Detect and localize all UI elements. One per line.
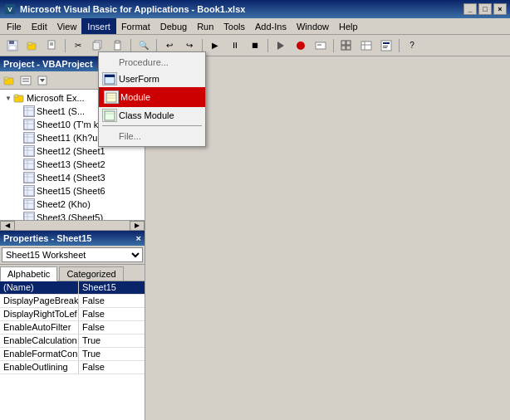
svg-rect-19: [346, 41, 351, 45]
tb-bp[interactable]: [292, 37, 310, 54]
tb-step[interactable]: [272, 37, 290, 54]
props-row-enableautofilter[interactable]: EnableAutoFilter False: [0, 321, 145, 335]
tb-stop[interactable]: ⏹: [246, 37, 264, 54]
menu-item-module[interactable]: Module: [99, 87, 205, 107]
properties-tabs: Alphabetic Categorized: [0, 265, 145, 281]
menu-item-classmodule[interactable]: Class Module: [99, 107, 205, 124]
project-hscrollbar[interactable]: ◀ ▶: [0, 220, 145, 230]
svg-rect-4: [9, 46, 16, 50]
svg-rect-27: [383, 46, 388, 46]
props-val-dpb: False: [79, 295, 145, 307]
props-row-enablecalc[interactable]: EnableCalculation True: [0, 335, 145, 348]
props-row-name[interactable]: (Name) Sheet15: [0, 281, 145, 295]
proj-list-btn[interactable]: [18, 73, 33, 88]
svg-rect-31: [21, 76, 31, 85]
tb-pause[interactable]: ⏸: [226, 37, 244, 54]
tb-explorer[interactable]: [377, 37, 395, 54]
tab-categorized[interactable]: Categorized: [59, 266, 123, 281]
menu-edit[interactable]: Edit: [27, 18, 52, 34]
props-row-displayrtl[interactable]: DisplayRightToLef False: [0, 308, 145, 321]
menu-tools[interactable]: Tools: [218, 18, 250, 34]
svg-rect-70: [105, 111, 115, 120]
close-button[interactable]: ×: [493, 3, 507, 15]
menu-addins[interactable]: Add-Ins: [250, 18, 292, 34]
properties-panel: Properties - Sheet15 × Sheet15 Worksheet…: [0, 231, 145, 420]
props-row-displaypagebreak[interactable]: DisplayPageBreak False: [0, 295, 145, 308]
toolbar-sep-1: [65, 39, 66, 52]
menu-item-userform[interactable]: UserForm: [99, 71, 205, 87]
svg-rect-66: [105, 75, 115, 77]
properties-table: (Name) Sheet15 DisplayPageBreak False Di…: [0, 281, 145, 420]
insert-dropdown-menu: Procedure... UserForm Module Class Modul…: [98, 51, 206, 147]
toolbar-sep-6: [333, 39, 334, 52]
scroll-left-btn[interactable]: ◀: [0, 221, 15, 231]
menu-help[interactable]: Help: [334, 18, 363, 34]
tb-play[interactable]: ▶: [206, 37, 224, 54]
scroll-track: [17, 222, 128, 229]
window-title: Microsoft Visual Basic for Applications …: [20, 4, 463, 14]
userform-icon: [102, 72, 117, 85]
tb-grid[interactable]: [337, 37, 356, 54]
tree-icon-sheet15: [23, 185, 35, 197]
tb-save[interactable]: [3, 37, 22, 54]
tb-open[interactable]: [23, 37, 42, 54]
svg-rect-44: [24, 134, 34, 143]
toolbar-sep-5: [267, 39, 268, 52]
tree-label-sheet1: Sheet1 (S...: [37, 106, 85, 116]
properties-object-select[interactable]: Sheet15 Worksheet: [2, 247, 143, 262]
menu-run[interactable]: Run: [192, 18, 218, 34]
props-row-enableoutlining[interactable]: EnableOutlining False: [0, 361, 145, 374]
tree-label-sheet15: Sheet15 (Sheet6: [37, 186, 105, 196]
tree-sheet13[interactable]: ▶ Sheet13 (Sheet2: [2, 158, 143, 171]
menu-item-procedure[interactable]: Procedure...: [99, 54, 205, 71]
svg-rect-16: [316, 42, 326, 49]
tb-watch[interactable]: [311, 37, 330, 54]
tree-icon-excel: [13, 92, 25, 104]
tree-icon-sheet1: [23, 105, 35, 117]
svg-rect-18: [341, 41, 346, 45]
menu-insert[interactable]: Insert: [81, 18, 116, 34]
svg-rect-41: [24, 120, 34, 129]
menu-format[interactable]: Format: [116, 18, 155, 34]
scroll-right-btn[interactable]: ▶: [130, 221, 145, 231]
props-key-efc: EnableFormatCon: [0, 348, 79, 360]
menu-window[interactable]: Window: [292, 18, 334, 34]
svg-rect-11: [93, 42, 100, 50]
svg-rect-53: [24, 173, 34, 183]
menu-view[interactable]: View: [52, 18, 82, 34]
tb-help[interactable]: ?: [403, 37, 421, 54]
tree-sheet2[interactable]: ▶ Sheet2 (Kho): [2, 198, 143, 211]
svg-rect-38: [24, 107, 34, 116]
tree-sheet3[interactable]: ▶ Sheet3 (Sheet5): [2, 211, 143, 220]
menu-item-file[interactable]: File...: [99, 128, 205, 144]
minimize-button[interactable]: _: [463, 3, 477, 15]
svg-point-15: [297, 42, 305, 50]
proj-folder-btn[interactable]: [2, 73, 17, 88]
proj-toggle-btn[interactable]: [35, 73, 50, 88]
tb-cut[interactable]: ✂: [69, 37, 87, 54]
toolbar-sep-4: [202, 39, 203, 52]
tree-icon-sheet11: [23, 132, 35, 144]
svg-rect-3: [9, 41, 14, 44]
props-key-ec: EnableCalculation: [0, 335, 79, 347]
tree-sheet15[interactable]: ▶ Sheet15 (Sheet6: [2, 184, 143, 198]
svg-text:V: V: [7, 6, 12, 13]
props-val-efc: True: [79, 348, 145, 360]
properties-close-button[interactable]: ×: [136, 233, 141, 243]
menu-file[interactable]: File: [2, 18, 27, 34]
maximize-button[interactable]: □: [478, 3, 492, 15]
svg-rect-37: [14, 95, 18, 97]
props-row-enableformatcon[interactable]: EnableFormatCon True: [0, 348, 145, 361]
tree-sheet14[interactable]: ▶ Sheet14 (Sheet3: [2, 171, 143, 184]
menu-debug[interactable]: Debug: [155, 18, 192, 34]
tab-alphabetic[interactable]: Alphabetic: [0, 266, 57, 281]
tree-label-sheet2: Sheet2 (Kho): [37, 199, 91, 209]
svg-rect-26: [383, 42, 390, 44]
svg-rect-50: [24, 160, 34, 169]
tb-props[interactable]: [357, 37, 375, 54]
props-key-dpb: DisplayPageBreak: [0, 295, 79, 307]
svg-rect-56: [24, 187, 34, 196]
tb-new[interactable]: [43, 37, 61, 54]
tree-toggle-root[interactable]: ▼: [5, 95, 13, 102]
svg-marker-14: [277, 42, 284, 50]
